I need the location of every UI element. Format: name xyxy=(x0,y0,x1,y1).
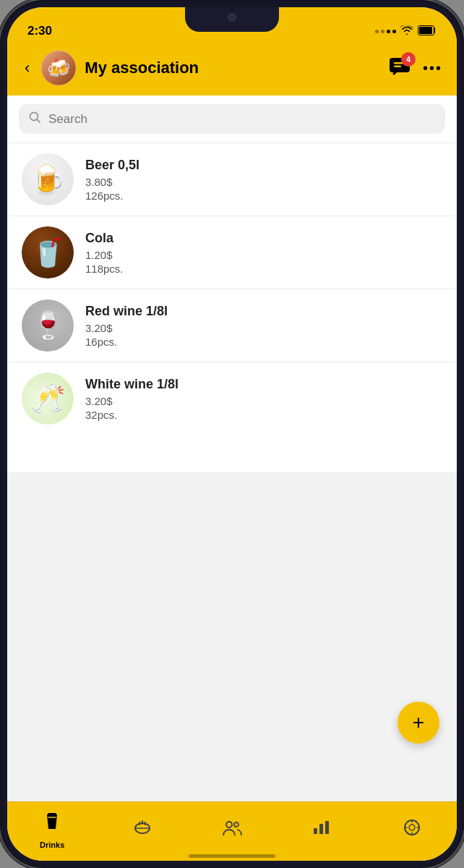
search-container xyxy=(7,95,457,143)
svg-point-8 xyxy=(226,822,232,827)
screen: 2:30 xyxy=(7,7,457,861)
add-button[interactable]: + xyxy=(398,702,439,744)
item-price: 3.20$ xyxy=(85,322,442,334)
redwine-image xyxy=(22,299,74,352)
item-info: Red wine 1/8l 3.20$ 16pcs. xyxy=(85,304,442,348)
svg-rect-11 xyxy=(319,824,323,834)
settings-nav-icon xyxy=(403,819,421,841)
svg-rect-6 xyxy=(48,813,56,814)
list-item[interactable]: Cola 1.20$ 118pcs. xyxy=(7,216,457,289)
phone-frame: 2:30 xyxy=(0,0,464,868)
nav-item-food[interactable] xyxy=(97,802,186,854)
item-price: 3.80$ xyxy=(85,176,442,188)
list-item[interactable]: Red wine 1/8l 3.20$ 16pcs. xyxy=(7,289,457,362)
item-qty: 32pcs. xyxy=(85,409,442,421)
dot4 xyxy=(392,30,396,33)
header-actions: 4 ••• xyxy=(388,56,442,80)
svg-rect-4 xyxy=(394,66,401,68)
back-button[interactable]: ‹ xyxy=(22,56,33,80)
item-price: 1.20$ xyxy=(85,249,442,261)
camera xyxy=(228,13,236,22)
dot1 xyxy=(375,30,379,33)
beer-image xyxy=(22,153,74,205)
svg-rect-10 xyxy=(314,828,317,834)
nav-item-stats[interactable] xyxy=(277,802,366,854)
search-icon xyxy=(29,111,41,127)
avatar-image xyxy=(41,51,76,85)
nav-item-people[interactable] xyxy=(187,802,277,854)
cola-image xyxy=(22,226,74,278)
list-item[interactable]: White wine 1/8l 3.20$ 32pcs. xyxy=(7,362,457,435)
nav-item-drinks[interactable]: Drinks xyxy=(7,802,97,854)
item-qty: 126pcs. xyxy=(85,190,442,202)
item-price: 3.20$ xyxy=(85,395,442,407)
item-qty: 118pcs. xyxy=(85,263,442,275)
search-input[interactable] xyxy=(48,112,435,127)
header: ‹ My association 4 ••• xyxy=(7,45,457,95)
more-button[interactable]: ••• xyxy=(423,60,442,77)
battery-icon xyxy=(418,25,437,38)
page-title: My association xyxy=(85,59,379,77)
food-nav-icon xyxy=(133,818,152,841)
notification-badge: 4 xyxy=(401,52,416,67)
wifi-icon xyxy=(400,25,413,38)
svg-rect-12 xyxy=(325,821,329,834)
item-qty: 16pcs. xyxy=(85,336,442,348)
svg-point-14 xyxy=(409,825,415,830)
item-info: Cola 1.20$ 118pcs. xyxy=(85,231,442,275)
signal-dots xyxy=(375,30,396,33)
nav-label-drinks: Drinks xyxy=(40,841,64,849)
home-indicator xyxy=(189,854,275,858)
item-name: Red wine 1/8l xyxy=(85,304,442,319)
bottom-nav: Drinks xyxy=(7,801,457,861)
avatar xyxy=(41,51,76,85)
people-nav-icon xyxy=(222,820,242,840)
item-name: Cola xyxy=(85,231,442,246)
gray-area: + xyxy=(7,472,457,801)
search-box[interactable] xyxy=(19,104,445,134)
drinks-list: Beer 0,5l 3.80$ 126pcs. Cola 1.20$ 118pc… xyxy=(7,143,457,472)
dot3 xyxy=(387,30,390,33)
item-name: White wine 1/8l xyxy=(85,377,442,392)
nav-item-settings[interactable] xyxy=(367,802,457,854)
drinks-nav-icon xyxy=(43,813,61,838)
item-info: Beer 0,5l 3.80$ 126pcs. xyxy=(85,158,442,202)
svg-rect-1 xyxy=(419,27,432,34)
status-icons xyxy=(375,25,437,38)
stats-nav-icon xyxy=(312,820,331,840)
whitewine-image xyxy=(22,373,74,425)
dot2 xyxy=(381,30,384,33)
item-name: Beer 0,5l xyxy=(85,158,442,173)
messages-button[interactable]: 4 xyxy=(388,56,411,80)
notch xyxy=(185,7,279,32)
main-content: Beer 0,5l 3.80$ 126pcs. Cola 1.20$ 118pc… xyxy=(7,95,457,801)
status-time: 2:30 xyxy=(27,24,52,38)
list-item[interactable]: Beer 0,5l 3.80$ 126pcs. xyxy=(7,143,457,216)
item-info: White wine 1/8l 3.20$ 32pcs. xyxy=(85,377,442,421)
svg-point-9 xyxy=(234,822,239,827)
